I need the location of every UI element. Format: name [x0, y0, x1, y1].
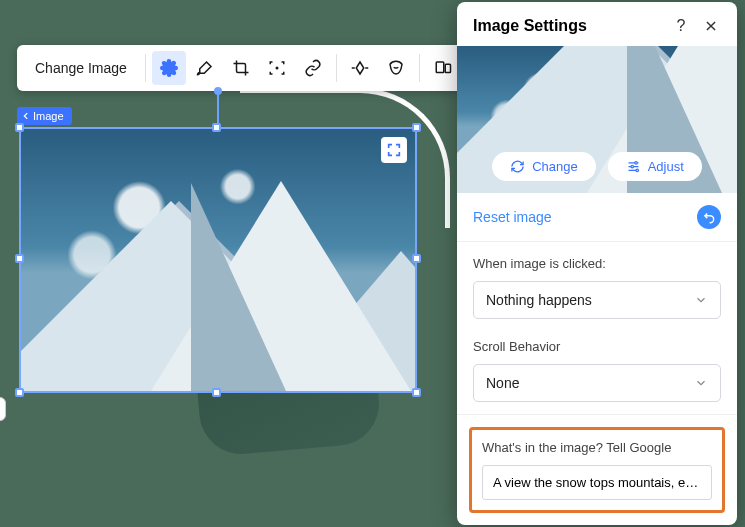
change-image-button[interactable]: Change Image — [23, 53, 139, 83]
resize-handle[interactable] — [412, 388, 421, 397]
click-behavior-value: Nothing happens — [486, 292, 592, 308]
rotation-stem — [217, 95, 219, 123]
resize-handle[interactable] — [412, 123, 421, 132]
animate-icon[interactable] — [343, 51, 377, 85]
panel-header: Image Settings ? — [457, 2, 737, 46]
image-toolbar: Change Image — [17, 45, 466, 91]
click-behavior-select[interactable]: Nothing happens — [473, 281, 721, 319]
adjust-button-label: Adjust — [648, 159, 684, 174]
rotation-handle[interactable] — [214, 87, 222, 95]
image-settings-panel: Image Settings ? Change Adjust Reset ima… — [457, 2, 737, 525]
chevron-left-icon — [21, 111, 31, 121]
focus-icon[interactable] — [260, 51, 294, 85]
image-preview: Change Adjust — [457, 46, 737, 193]
change-button[interactable]: Change — [492, 152, 596, 181]
gear-icon[interactable] — [152, 51, 186, 85]
svg-point-6 — [636, 169, 639, 172]
divider — [419, 54, 420, 82]
undo-icon[interactable] — [697, 205, 721, 229]
selected-image[interactable] — [19, 127, 417, 393]
help-icon[interactable]: ? — [671, 16, 691, 36]
svg-point-4 — [634, 162, 637, 165]
mask-icon[interactable] — [379, 51, 413, 85]
resize-handle[interactable] — [212, 388, 221, 397]
close-icon[interactable] — [701, 16, 721, 36]
divider — [336, 54, 337, 82]
panel-title: Image Settings — [473, 17, 661, 35]
scroll-behavior-section: Scroll Behavior None — [457, 325, 737, 408]
chevron-down-icon — [694, 376, 708, 390]
reset-row: Reset image — [457, 193, 737, 242]
canvas-edge-handle[interactable] — [0, 397, 6, 421]
link-icon[interactable] — [296, 51, 330, 85]
adjust-button[interactable]: Adjust — [608, 152, 702, 181]
svg-rect-2 — [436, 62, 444, 73]
image-chip[interactable]: Image — [17, 107, 72, 125]
sliders-icon — [626, 159, 641, 174]
click-behavior-section: When image is clicked: Nothing happens — [457, 242, 737, 325]
scroll-behavior-value: None — [486, 375, 519, 391]
chevron-down-icon — [694, 293, 708, 307]
svg-rect-3 — [445, 64, 450, 72]
chip-label: Image — [33, 110, 64, 122]
resize-handle[interactable] — [15, 123, 24, 132]
alt-text-input[interactable]: A view the snow tops mountais, ever… — [482, 465, 712, 500]
resize-handle[interactable] — [212, 123, 221, 132]
image-content — [21, 129, 415, 391]
divider — [457, 414, 737, 415]
svg-point-1 — [276, 67, 278, 69]
divider — [145, 54, 146, 82]
reset-image-link[interactable]: Reset image — [473, 209, 697, 225]
change-button-label: Change — [532, 159, 578, 174]
layout-icon[interactable] — [426, 51, 460, 85]
alt-text-section: What's in the image? Tell Google A view … — [469, 427, 725, 513]
expand-icon[interactable] — [381, 137, 407, 163]
brush-icon[interactable] — [188, 51, 222, 85]
crop-icon[interactable] — [224, 51, 258, 85]
alt-text-label: What's in the image? Tell Google — [482, 440, 712, 455]
scroll-behavior-select[interactable]: None — [473, 364, 721, 402]
resize-handle[interactable] — [15, 388, 24, 397]
svg-point-5 — [631, 165, 634, 168]
scroll-behavior-label: Scroll Behavior — [473, 339, 721, 354]
refresh-icon — [510, 159, 525, 174]
resize-handle[interactable] — [412, 254, 421, 263]
click-behavior-label: When image is clicked: — [473, 256, 721, 271]
resize-handle[interactable] — [15, 254, 24, 263]
